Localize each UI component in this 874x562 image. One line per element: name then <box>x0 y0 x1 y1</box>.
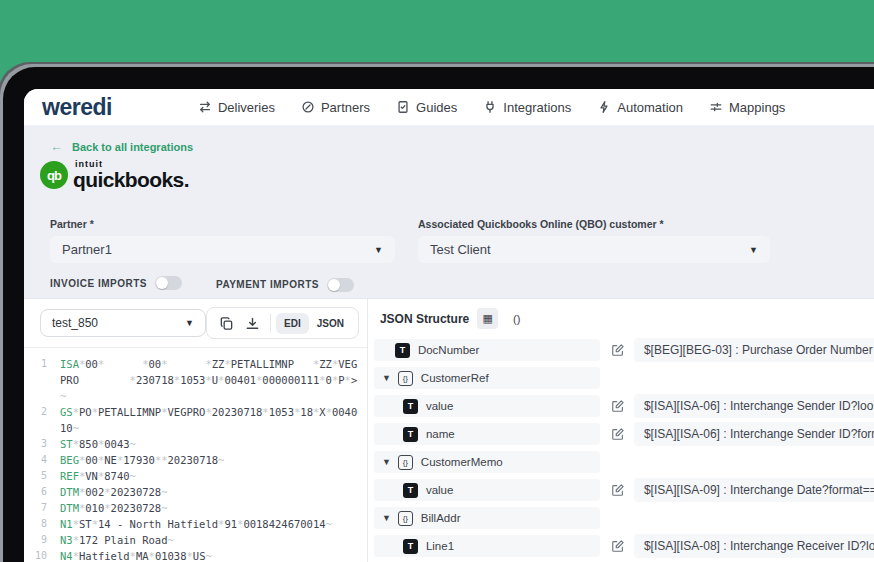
code-view-icon[interactable]: () <box>506 308 527 329</box>
page-content: ← Back to all integrations qb intuit qui… <box>24 126 874 562</box>
group-pill[interactable]: ▼ {} CustomerRef <box>374 367 600 389</box>
test-file-select[interactable]: test_850 ▼ <box>40 309 206 337</box>
line-content: REF*VN*8740~ <box>60 468 367 484</box>
imports-card: test_850 ▼ EDI JSON <box>24 298 874 562</box>
group-pill[interactable]: ▼ {} CustomerMemo <box>374 451 600 473</box>
json-structure-panel: JSON Structure ▦ () ✎ m T DocNumber <box>368 299 874 562</box>
deliveries-icon <box>198 100 212 114</box>
code-line: 10N4*Hatfield*MA*01038*US~ <box>24 548 367 562</box>
nav-item-guides[interactable]: Guides <box>396 100 457 115</box>
line-number: 8 <box>24 516 60 532</box>
qbo-customer-select[interactable]: Test Client ▼ <box>418 236 770 263</box>
nav-label: Automation <box>617 100 683 115</box>
nav-item-integrations[interactable]: Integrations <box>483 100 571 115</box>
edit-mapping-icon[interactable] <box>611 343 625 357</box>
back-link-label: Back to all integrations <box>72 141 193 153</box>
line-content: N3*172 Plain Road~ <box>60 532 367 548</box>
quickbooks-logo: qb intuit quickbooks. <box>40 160 189 190</box>
chevron-down-icon: ▼ <box>749 245 758 255</box>
structure-row: ▼ {} CustomerRef <box>374 367 874 389</box>
field-pill[interactable]: T Line1 <box>374 535 600 557</box>
partner-label: Partner * <box>50 218 395 230</box>
partners-icon <box>301 100 315 114</box>
line-number: 9 <box>24 532 60 548</box>
line-content: DTM*010*20230728~ <box>60 500 367 516</box>
mapping-value[interactable]: $[ISA][ISA-08] : Interchange Receiver ID… <box>634 534 874 558</box>
edit-mapping-icon[interactable] <box>611 483 625 497</box>
field-pill[interactable]: T DocNumber <box>374 339 600 361</box>
qb-circle-icon: qb <box>40 161 68 189</box>
partner-select[interactable]: Partner1 ▼ <box>50 236 395 263</box>
weredi-logo: weredi <box>42 94 112 121</box>
download-button[interactable] <box>239 310 265 336</box>
code-line: 1ISA*00* *00* *ZZ*PETALLIMNP *ZZ*VEGPRO … <box>24 356 367 404</box>
field-pill[interactable]: T name <box>374 423 600 445</box>
structure-row: T value $[ISA][ISA-09] : Interchange Dat… <box>374 479 874 501</box>
line-content: N4*Hatfield*MA*01038*US~ <box>60 548 367 562</box>
field-pill[interactable]: T value <box>374 395 600 417</box>
line-content: N1*ST*14 - North Hatfield*91*00184246700… <box>60 516 367 532</box>
copy-button[interactable] <box>213 310 239 336</box>
edit-mapping-icon[interactable] <box>611 427 625 441</box>
invoice-imports-toggle[interactable] <box>155 276 182 290</box>
tab-label: PAYMENT IMPORTS <box>216 279 319 290</box>
line-number: 1 <box>24 356 60 404</box>
line-number: 6 <box>24 484 60 500</box>
top-nav: weredi Deliveries Partners <box>24 89 874 126</box>
edi-editor-panel: test_850 ▼ EDI JSON <box>24 299 368 562</box>
qbo-customer-label: Associated Quickbooks Online (QBO) custo… <box>418 218 770 230</box>
edit-mapping-icon[interactable] <box>611 539 625 553</box>
qbo-customer-select-value: Test Client <box>430 242 491 257</box>
collapse-caret-icon[interactable]: ▼ <box>382 457 391 467</box>
mapping-value[interactable]: $[ISA][ISA-06] : Interchange Sender ID?f… <box>634 422 874 446</box>
format-edi-button[interactable]: EDI <box>276 313 309 334</box>
mapping-value[interactable]: $[ISA][ISA-06] : Interchange Sender ID?l… <box>634 394 874 418</box>
structure-row: T value $[ISA][ISA-06] : Interchange Sen… <box>374 395 874 417</box>
structure-row: T name $[ISA][ISA-06] : Interchange Send… <box>374 423 874 445</box>
mappings-icon <box>709 100 723 114</box>
page: weredi Deliveries Partners <box>0 0 874 562</box>
collapse-caret-icon[interactable]: ▼ <box>382 513 391 523</box>
line-content: ST*850*0043~ <box>60 436 367 452</box>
nav-item-mappings[interactable]: Mappings <box>709 100 785 115</box>
group-pill[interactable]: ▼ {} BillAddr <box>374 507 600 529</box>
back-to-integrations-link[interactable]: ← Back to all integrations <box>50 139 193 154</box>
quickbooks-wordmark: quickbooks. <box>73 169 189 190</box>
table-view-icon[interactable]: ▦ <box>477 308 498 329</box>
mapping-value[interactable]: $[BEG][BEG-03] : Purchase Order Number <box>634 338 874 362</box>
json-structure-header: JSON Structure ▦ () ✎ m <box>368 299 874 337</box>
structure-row: ▼ {} CustomerMemo <box>374 451 874 473</box>
nav-item-automation[interactable]: Automation <box>597 100 683 115</box>
code-line: 9N3*172 Plain Road~ <box>24 532 367 548</box>
editor-actions: EDI JSON <box>206 307 359 339</box>
line-number: 7 <box>24 500 60 516</box>
format-json-button[interactable]: JSON <box>309 313 352 334</box>
chevron-down-icon: ▼ <box>374 245 383 255</box>
code-line: 7DTM*010*20230728~ <box>24 500 367 516</box>
line-number: 3 <box>24 436 60 452</box>
mapping-value[interactable]: $[ISA][ISA-09] : Interchange Date?format… <box>634 478 874 502</box>
field-pill[interactable]: T value <box>374 479 600 501</box>
editor-toolbar: test_850 ▼ EDI JSON <box>24 299 367 348</box>
code-line: 6DTM*002*20230728~ <box>24 484 367 500</box>
line-number: 4 <box>24 452 60 468</box>
line-content: BEG*00*NE*17930**20230718~ <box>60 452 367 468</box>
nav-item-partners[interactable]: Partners <box>301 100 370 115</box>
payment-imports-toggle[interactable] <box>327 278 354 292</box>
text-type-icon: T <box>395 343 410 358</box>
object-type-icon: {} <box>398 511 413 526</box>
line-number: 10 <box>24 548 60 562</box>
code-lines: 1ISA*00* *00* *ZZ*PETALLIMNP *ZZ*VEGPRO … <box>24 356 367 562</box>
nav-item-deliveries[interactable]: Deliveries <box>198 100 275 115</box>
line-number: 2 <box>24 404 60 436</box>
nav-label: Guides <box>416 100 457 115</box>
integration-form: Partner * Partner1 ▼ Associated Quickboo… <box>50 218 770 263</box>
nav-label: Deliveries <box>218 100 275 115</box>
panel-title: JSON Structure <box>380 312 469 326</box>
edit-mapping-icon[interactable] <box>611 399 625 413</box>
line-content: ISA*00* *00* *ZZ*PETALLIMNP *ZZ*VEGPRO *… <box>60 356 367 404</box>
collapse-caret-icon[interactable]: ▼ <box>382 373 391 383</box>
structure-row: T Line1 $[ISA][ISA-08] : Interchange Rec… <box>374 535 874 557</box>
edi-code-viewer[interactable]: 1ISA*00* *00* *ZZ*PETALLIMNP *ZZ*VEGPRO … <box>24 348 367 562</box>
nav-items: Deliveries Partners Guides <box>198 100 786 115</box>
